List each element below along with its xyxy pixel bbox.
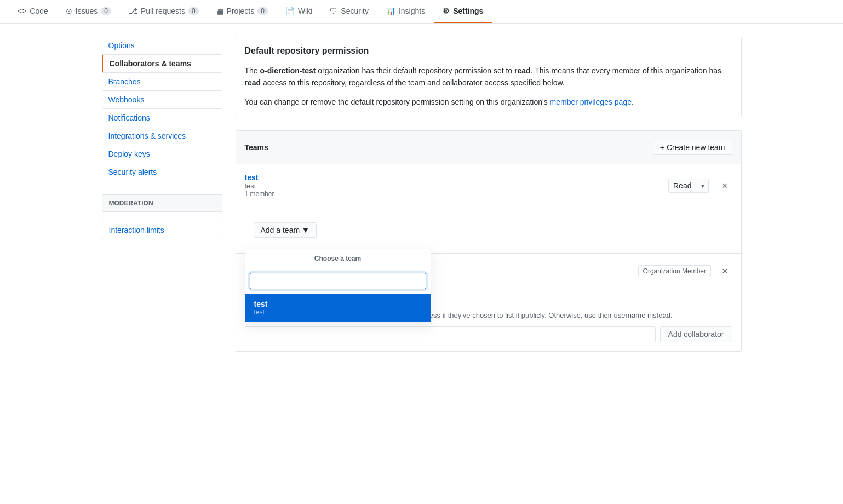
sidebar-item-security-alerts[interactable]: Security alerts [102, 163, 222, 181]
sidebar-item-webhooks[interactable]: Webhooks [102, 91, 222, 109]
default-permission-body: Default repository permission The o-dier… [236, 37, 741, 117]
teams-panel: Teams + Create new team test test 1 memb… [236, 130, 742, 352]
pr-badge: 0 [188, 7, 199, 15]
nav-code[interactable]: <> Code [9, 0, 57, 23]
sidebar-item-branches[interactable]: Branches [102, 73, 222, 91]
teams-title: Teams [245, 143, 268, 152]
member-privileges-link[interactable]: member privileges page [550, 98, 632, 106]
team-dropdown-menu: Choose a team test test [245, 249, 431, 322]
dropdown-search-area [245, 268, 431, 294]
default-permission-title: Default repository permission [245, 46, 732, 56]
collaborator-actions: Organization Member × [638, 264, 732, 278]
projects-badge: 0 [257, 7, 268, 15]
sidebar: Options Collaborators & teams Branches W… [102, 37, 222, 365]
nav-wiki[interactable]: 📄 Wiki [277, 0, 321, 23]
top-nav: <> Code ⊙ Issues 0 ⎇ Pull requests 0 ▦ P… [0, 0, 843, 24]
add-collaborator-button[interactable]: Add collaborator [660, 326, 732, 342]
remove-team-button[interactable]: × [718, 179, 732, 193]
moderation-items: Interaction limits [102, 221, 222, 239]
pr-icon: ⎇ [129, 7, 137, 15]
teams-panel-header: Teams + Create new team [236, 131, 741, 164]
dropdown-item-name: test [254, 300, 422, 308]
collaborator-search-input[interactable] [245, 326, 656, 342]
issues-icon: ⊙ [66, 7, 72, 15]
sidebar-item-integrations[interactable]: Integrations & services [102, 127, 222, 145]
nav-projects[interactable]: ▦ Projects 0 [208, 0, 277, 23]
add-team-dropdown-container: Add a team ▼ Choose a team test test [245, 214, 325, 247]
security-icon: 🛡 [330, 7, 337, 15]
create-new-team-button[interactable]: + Create new team [653, 140, 732, 155]
add-team-container: Add a team ▼ Choose a team test test [236, 207, 741, 254]
team-desc: test [245, 182, 668, 190]
moderation-header: Moderation [102, 194, 222, 212]
sidebar-item-interaction-limits[interactable]: Interaction limits [102, 221, 222, 239]
team-permission-select-wrapper: Read Write Admin ▼ [668, 179, 709, 193]
dropdown-header: Choose a team [245, 249, 431, 268]
nav-security[interactable]: 🛡 Security [321, 0, 377, 23]
sidebar-item-collaborators[interactable]: Collaborators & teams [102, 55, 222, 73]
dropdown-item-test[interactable]: test test [245, 294, 431, 322]
main-layout: Options Collaborators & teams Branches W… [93, 24, 750, 378]
sidebar-item-deploy-keys[interactable]: Deploy keys [102, 145, 222, 163]
nav-pullrequests[interactable]: ⎇ Pull requests 0 [120, 0, 208, 23]
insights-icon: 📊 [386, 7, 395, 15]
wiki-icon: 📄 [285, 7, 295, 15]
dropdown-item-sub: test [254, 308, 422, 316]
projects-icon: ▦ [216, 7, 223, 15]
sidebar-item-options[interactable]: Options [102, 37, 222, 55]
add-team-button[interactable]: Add a team ▼ [254, 222, 317, 238]
team-member-count: 1 member [245, 190, 668, 198]
team-actions: Read Write Admin ▼ × [668, 179, 732, 193]
search-row: Add collaborator [245, 326, 732, 342]
org-member-badge: Organization Member [638, 265, 711, 277]
team-row: test test 1 member Read Write Admin ▼ × [236, 164, 741, 207]
team-name: test [245, 173, 668, 182]
main-content: Default repository permission The o-dier… [236, 37, 742, 365]
remove-collaborator-button[interactable]: × [718, 264, 732, 278]
default-permission-desc: The o-dierction-test organization has th… [245, 65, 732, 89]
team-info: test test 1 member [245, 173, 668, 198]
sidebar-item-notifications[interactable]: Notifications [102, 109, 222, 127]
issues-badge: 0 [101, 7, 111, 15]
settings-icon: ⚙ [443, 7, 450, 15]
team-permission-select[interactable]: Read Write Admin [668, 179, 709, 193]
default-permission-change: You can change or remove the default rep… [245, 96, 732, 108]
nav-issues[interactable]: ⊙ Issues 0 [57, 0, 120, 23]
team-search-input[interactable] [250, 273, 426, 289]
nav-settings[interactable]: ⚙ Settings [434, 0, 492, 23]
moderation-section: Moderation Interaction limits [102, 194, 222, 239]
code-icon: <> [18, 7, 26, 15]
dropdown-arrow-icon: ▼ [302, 226, 309, 234]
nav-insights[interactable]: 📊 Insights [377, 0, 434, 23]
default-permission-panel: Default repository permission The o-dier… [236, 37, 742, 117]
